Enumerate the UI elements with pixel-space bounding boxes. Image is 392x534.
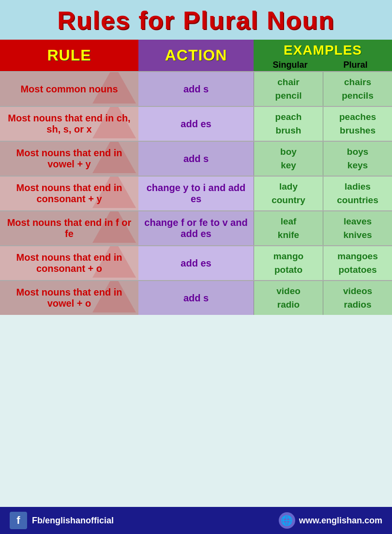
plural-word: countries [337, 195, 378, 206]
rule-cell: Most nouns that end in f or fe [0, 211, 138, 245]
singular-word: key [281, 160, 296, 171]
plural-word: pencils [342, 90, 373, 101]
rule-text: Most nouns that end in vowel + o [4, 287, 135, 309]
singular-word: boy [280, 147, 297, 157]
action-text: add es [181, 258, 211, 269]
action-text: change f or fe to v and add es [142, 217, 250, 239]
action-cell: add es [138, 107, 254, 141]
singular-word: chair [277, 77, 299, 88]
rule-text: Most nouns that end in consonant + o [4, 252, 135, 274]
action-text: change y to i and add es [142, 182, 250, 205]
singular-word: lady [279, 181, 298, 192]
plural-rules-table: RULE ACTION EXAMPLES Singular Plural Mos… [0, 40, 392, 507]
action-text: add s [183, 293, 209, 304]
rule-cell: Most nouns that end in ch, sh, s, or x [0, 107, 138, 141]
table-row: Most nouns that end in vowel + o add s v… [0, 280, 392, 315]
singular-subheader: Singular [257, 60, 323, 70]
singular-word: country [271, 195, 305, 206]
singular-word: leaf [281, 216, 297, 227]
action-cell: add s [138, 281, 254, 315]
table-row: Most nouns that end in vowel + y add s b… [0, 141, 392, 176]
rule-cell: Most nouns that end in consonant + y [0, 177, 138, 210]
action-header-label: ACTION [165, 46, 227, 64]
plural-word: videos [343, 286, 372, 297]
singular-word: brush [276, 125, 302, 136]
table-row: Most nouns that end in ch, sh, s, or x a… [0, 106, 392, 141]
rule-cell: Most nouns that end in vowel + y [0, 142, 138, 176]
action-column-header: ACTION [138, 40, 254, 71]
examples-header-label: EXAMPLES [284, 43, 362, 58]
singular-word: mango [273, 251, 303, 262]
singular-word: potato [274, 265, 302, 275]
plural-word: leaves [344, 216, 372, 227]
footer-facebook: f Fb/englishanofficial [10, 512, 114, 529]
action-text: add es [181, 119, 211, 130]
facebook-label: Fb/englishanofficial [32, 516, 114, 526]
table-header-row: RULE ACTION EXAMPLES Singular Plural [0, 40, 392, 71]
singular-cell: peachbrush [254, 107, 323, 141]
singular-word: radio [277, 299, 300, 310]
footer-website: 🌐 www.englishan.com [279, 512, 382, 529]
page-footer: f Fb/englishanofficial 🌐 www.englishan.c… [0, 507, 392, 534]
plural-cell: peachesbrushes [323, 107, 392, 141]
rule-text: Most nouns that end in vowel + y [4, 148, 135, 170]
plural-word: potatoes [338, 265, 377, 275]
singular-cell: ladycountry [254, 177, 323, 210]
plural-word: radios [344, 299, 371, 310]
plural-word: chairs [344, 77, 371, 88]
table-row: Most common nouns add s chairpencil chai… [0, 71, 392, 106]
action-cell: change y to i and add es [138, 177, 254, 210]
rule-text: Most common nouns [20, 84, 118, 95]
rule-cell: Most common nouns [0, 72, 138, 106]
singular-word: video [276, 286, 301, 297]
plural-cell: mangoespotatoes [323, 246, 392, 280]
rule-header-label: RULE [47, 46, 91, 64]
rule-column-header: RULE [0, 40, 138, 71]
singular-cell: leafknife [254, 211, 323, 245]
singular-word: pencil [275, 90, 302, 101]
singular-cell: chairpencil [254, 72, 323, 106]
plural-word: knives [343, 230, 372, 240]
plural-word: boys [347, 147, 368, 157]
rule-text: Most nouns that end in f or fe [4, 217, 135, 239]
table-row: Most nouns that end in consonant + o add… [0, 245, 392, 280]
singular-cell: videoradio [254, 281, 323, 315]
action-text: add s [183, 153, 209, 164]
examples-column-header: EXAMPLES Singular Plural [254, 40, 392, 71]
table-body: Most common nouns add s chairpencil chai… [0, 71, 392, 315]
singular-cell: boykey [254, 142, 323, 176]
examples-subheaders: Singular Plural [257, 60, 388, 70]
table-row: Most nouns that end in f or fe change f … [0, 210, 392, 245]
plural-subheader: Plural [323, 60, 388, 70]
plural-cell: boyskeys [323, 142, 392, 176]
plural-cell: chairspencils [323, 72, 392, 106]
plural-word: peaches [339, 112, 376, 122]
singular-cell: mangopotato [254, 246, 323, 280]
plural-cell: videosradios [323, 281, 392, 315]
table-row: Most nouns that end in consonant + y cha… [0, 176, 392, 210]
rule-cell: Most nouns that end in vowel + o [0, 281, 138, 315]
rule-text: Most nouns that end in consonant + y [4, 182, 135, 205]
globe-icon: 🌐 [279, 512, 295, 529]
action-text: add s [183, 84, 209, 95]
plural-word: ladies [345, 181, 371, 192]
singular-word: peach [275, 112, 302, 122]
singular-word: knife [278, 230, 299, 240]
facebook-icon: f [10, 512, 27, 529]
rule-cell: Most nouns that end in consonant + o [0, 246, 138, 280]
action-cell: add s [138, 72, 254, 106]
rule-text: Most nouns that end in ch, sh, s, or x [4, 113, 135, 135]
action-cell: change f or fe to v and add es [138, 211, 254, 245]
plural-cell: ladiescountries [323, 177, 392, 210]
page-title: Rules for Plural Noun [0, 6, 392, 35]
page-header: Rules for Plural Noun [0, 0, 392, 40]
action-cell: add s [138, 142, 254, 176]
plural-cell: leavesknives [323, 211, 392, 245]
plural-word: mangoes [337, 251, 377, 262]
plural-word: keys [347, 160, 368, 171]
website-label: www.englishan.com [299, 516, 382, 526]
plural-word: brushes [340, 125, 376, 136]
action-cell: add es [138, 246, 254, 280]
